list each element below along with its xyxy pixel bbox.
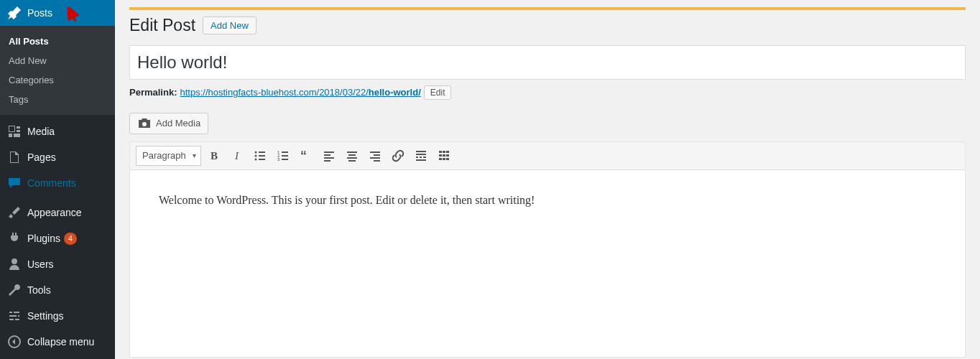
brush-icon	[7, 205, 22, 220]
media-icon	[7, 124, 22, 139]
sidebar-item-pages[interactable]: Pages	[0, 144, 115, 170]
toolbar-toggle-button[interactable]	[434, 146, 454, 166]
italic-button[interactable]: I	[227, 146, 247, 166]
editor-body[interactable]: Welcome to WordPress. This is your first…	[130, 170, 777, 357]
permalink-label: Permalink:	[129, 87, 177, 98]
svg-point-5	[254, 154, 256, 157]
svg-rect-4	[259, 151, 265, 153]
admin-sidebar: Posts All Posts Add New Categories Tags …	[0, 0, 115, 359]
svg-rect-36	[446, 151, 449, 153]
format-select[interactable]: Paragraph	[136, 146, 201, 166]
blockquote-button[interactable]: “	[296, 146, 316, 166]
sidebar-item-comments[interactable]: Comments	[0, 170, 115, 196]
svg-text:“: “	[300, 149, 307, 163]
page-title: Edit Post	[129, 16, 195, 35]
post-title-input[interactable]	[129, 45, 966, 80]
sidebar-item-label: Settings	[27, 310, 64, 322]
editor: Paragraph B I 123 “ Welcome to WordPress…	[129, 141, 966, 358]
svg-rect-10	[282, 151, 288, 153]
sidebar-item-posts[interactable]: Posts	[0, 0, 115, 26]
align-left-button[interactable]	[319, 146, 339, 166]
svg-rect-12	[282, 155, 288, 157]
wrench-icon	[7, 283, 22, 297]
link-button[interactable]	[388, 146, 408, 166]
permalink-row: Permalink: https://hostingfacts-bluehost…	[129, 85, 966, 100]
submenu-add-new[interactable]: Add New	[0, 51, 115, 70]
svg-rect-19	[324, 160, 330, 162]
align-center-button[interactable]	[342, 146, 362, 166]
svg-text:B: B	[211, 150, 218, 162]
svg-rect-26	[370, 157, 380, 159]
sidebar-item-plugins[interactable]: Plugins 4	[0, 225, 115, 251]
sidebar-item-label: Appearance	[27, 207, 82, 218]
bullet-list-button[interactable]	[250, 146, 270, 166]
svg-rect-24	[370, 151, 380, 153]
svg-rect-8	[259, 159, 265, 160]
sliders-icon	[7, 309, 22, 323]
sidebar-item-users[interactable]: Users	[0, 251, 115, 277]
numbered-list-button[interactable]: 123	[273, 146, 293, 166]
submenu-tags[interactable]: Tags	[0, 90, 115, 109]
svg-rect-40	[439, 158, 442, 160]
sidebar-item-media[interactable]: Media	[0, 118, 115, 144]
user-icon	[7, 257, 22, 271]
svg-rect-6	[259, 155, 265, 157]
sidebar-item-label: Media	[27, 126, 55, 137]
editor-toolbar: Paragraph B I 123 “	[130, 142, 965, 170]
permalink-slug: hello-world/	[369, 87, 421, 98]
svg-rect-31	[420, 157, 422, 158]
submenu-all-posts[interactable]: All Posts	[0, 32, 115, 51]
comment-icon	[7, 176, 22, 190]
submenu-categories[interactable]: Categories	[0, 70, 115, 90]
sidebar-item-label: Users	[27, 258, 54, 270]
svg-rect-22	[347, 157, 357, 159]
svg-rect-17	[324, 154, 330, 156]
svg-point-3	[254, 151, 256, 153]
svg-rect-42	[446, 158, 449, 160]
svg-rect-20	[347, 151, 357, 153]
align-right-button[interactable]	[365, 146, 385, 166]
svg-rect-33	[416, 159, 426, 161]
svg-rect-39	[446, 154, 449, 157]
add-media-button[interactable]: Add Media	[129, 113, 208, 134]
page-icon	[7, 150, 22, 164]
sidebar-item-label: Plugins	[27, 233, 60, 244]
bold-button[interactable]: B	[204, 146, 224, 166]
svg-rect-32	[423, 157, 426, 158]
pushpin-icon	[7, 6, 22, 20]
sidebar-item-label: Comments	[27, 177, 76, 189]
content-area: Edit Post Add New Permalink: https://hos…	[115, 0, 980, 359]
sidebar-item-label: Posts	[27, 7, 52, 19]
sidebar-collapse[interactable]: Collapse menu	[0, 329, 115, 355]
sidebar-item-label: Tools	[27, 284, 51, 296]
svg-point-7	[254, 158, 256, 160]
permalink-link[interactable]: https://hostingfacts-bluehost.com/2018/0…	[180, 87, 420, 98]
read-more-button[interactable]	[411, 146, 431, 166]
svg-rect-27	[374, 160, 380, 162]
svg-text:3: 3	[277, 157, 280, 162]
svg-rect-14	[282, 159, 288, 160]
plug-icon	[7, 231, 22, 246]
sidebar-item-tools[interactable]: Tools	[0, 277, 115, 303]
svg-rect-21	[348, 154, 356, 156]
svg-text:I: I	[234, 150, 239, 162]
sidebar-item-appearance[interactable]: Appearance	[0, 200, 115, 225]
sidebar-item-settings[interactable]: Settings	[0, 303, 115, 329]
edit-permalink-button[interactable]: Edit	[424, 85, 452, 100]
add-new-button[interactable]: Add New	[203, 17, 256, 34]
svg-rect-30	[416, 157, 418, 158]
sidebar-item-label: Collapse menu	[27, 336, 94, 348]
sidebar-item-label: Pages	[27, 151, 56, 163]
posts-submenu: All Posts Add New Categories Tags	[0, 26, 115, 115]
svg-rect-18	[324, 157, 334, 159]
svg-rect-34	[439, 151, 442, 153]
svg-rect-25	[374, 154, 380, 156]
camera-music-icon	[137, 116, 152, 131]
notice-bar	[129, 7, 966, 10]
svg-rect-41	[443, 158, 445, 160]
update-badge: 4	[64, 233, 77, 245]
svg-rect-37	[439, 154, 442, 157]
svg-rect-38	[443, 154, 445, 157]
collapse-icon	[7, 335, 22, 349]
svg-rect-23	[348, 160, 356, 162]
